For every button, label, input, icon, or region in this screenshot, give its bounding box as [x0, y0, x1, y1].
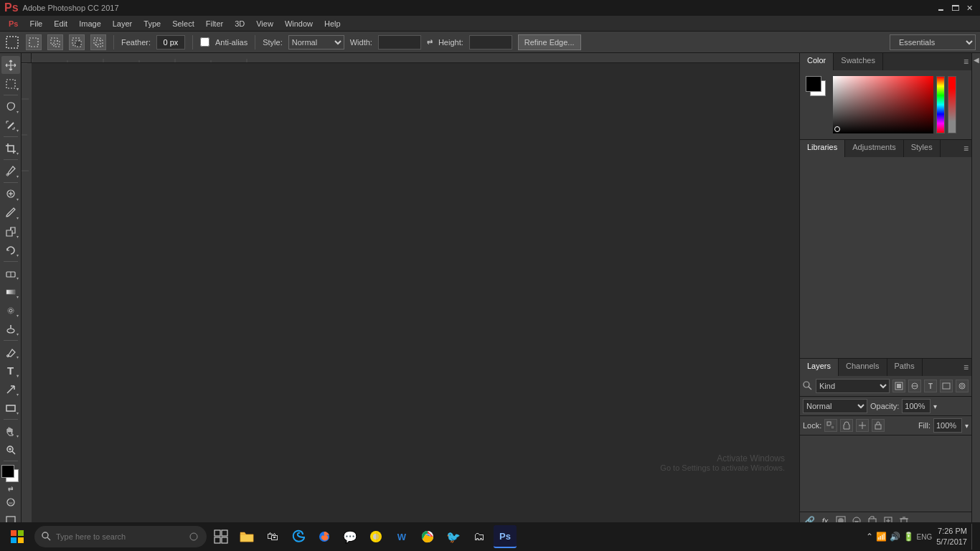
move-tool[interactable] — [1, 56, 20, 74]
file-explorer-icon[interactable] — [235, 525, 258, 548]
filter-type-btn[interactable]: T — [924, 380, 937, 392]
lang-indicator[interactable]: ENG — [917, 533, 933, 541]
filter-smart-btn[interactable] — [956, 380, 969, 392]
tab-paths[interactable]: Paths — [887, 359, 923, 376]
tray-chevron[interactable]: ⌃ — [866, 532, 873, 542]
taskbar-search-input[interactable] — [56, 532, 185, 541]
workspace-select[interactable]: Essentials — [890, 34, 976, 50]
tab-channels[interactable]: Channels — [839, 359, 887, 376]
taskbar-clock[interactable]: 7:26 PM 5/7/2017 — [936, 526, 967, 548]
style-select[interactable]: NormalFixed RatioFixed Size — [288, 35, 344, 50]
type-tool[interactable]: T ▾ — [1, 362, 20, 380]
photoshop-taskbar-icon[interactable]: Ps — [494, 525, 517, 548]
menu-image[interactable]: Image — [73, 18, 107, 29]
feather-input[interactable] — [156, 35, 185, 50]
blend-mode-select[interactable]: Normal — [803, 399, 867, 413]
phone-icon[interactable]: 🗂 — [468, 525, 491, 548]
tab-layers[interactable]: Layers — [800, 359, 839, 376]
magic-wand-tool[interactable]: ▾ — [1, 116, 20, 134]
eraser-tool[interactable]: ▾ — [1, 264, 20, 282]
eyedropper-tool[interactable]: ▾ — [1, 162, 20, 180]
pen-tool[interactable]: ▾ — [1, 343, 20, 361]
filter-pixel-btn[interactable] — [892, 380, 905, 392]
color-panel-menu-btn[interactable]: ≡ — [963, 53, 969, 70]
tab-swatches[interactable]: Swatches — [834, 53, 883, 70]
zoom-tool[interactable] — [1, 441, 20, 458]
foreground-color-swatch[interactable] — [1, 465, 14, 478]
path-select-tool[interactable]: ▾ — [1, 380, 20, 398]
new-selection-btn[interactable] — [26, 34, 42, 50]
menu-3d[interactable]: 3D — [229, 18, 250, 29]
add-selection-btn[interactable] — [47, 34, 63, 50]
tab-styles[interactable]: Styles — [904, 140, 941, 157]
layers-panel-menu-btn[interactable]: ≡ — [963, 359, 969, 376]
menu-layer[interactable]: Layer — [107, 18, 138, 29]
menu-ps[interactable]: Ps — [3, 18, 24, 29]
menu-window[interactable]: Window — [279, 18, 319, 29]
edge-icon[interactable] — [287, 525, 310, 548]
fill-arrow-icon[interactable]: ▾ — [965, 422, 969, 430]
color-gradient[interactable] — [833, 76, 933, 133]
minimize-button[interactable]: 🗕 — [934, 1, 947, 14]
word-icon[interactable]: W — [390, 525, 413, 548]
subtract-selection-btn[interactable] — [69, 34, 85, 50]
firefox-icon[interactable] — [313, 525, 336, 548]
tab-libraries[interactable]: Libraries — [800, 140, 845, 157]
shape-tool[interactable]: ▾ — [1, 399, 20, 417]
hand-tool[interactable]: ▾ — [1, 422, 20, 440]
width-input[interactable] — [378, 35, 421, 50]
menu-type[interactable]: Type — [138, 18, 166, 29]
brush-tool[interactable]: ▾ — [1, 204, 20, 222]
store-icon[interactable]: 🛍 — [261, 525, 284, 548]
swap-colors-icon[interactable]: ⇄ — [1, 485, 20, 492]
extra-color-bar[interactable] — [948, 76, 956, 133]
taskbar-search[interactable] — [34, 526, 207, 547]
height-input[interactable] — [469, 35, 512, 50]
fill-input[interactable] — [933, 418, 962, 433]
layers-filter-select[interactable]: Kind — [816, 379, 890, 393]
lock-position-btn[interactable] — [856, 419, 869, 432]
close-button[interactable]: ✕ — [963, 1, 976, 14]
tray-battery[interactable]: 🔋 — [903, 532, 914, 542]
tab-adjustments[interactable]: Adjustments — [845, 140, 904, 157]
menu-filter[interactable]: Filter — [200, 18, 229, 29]
skype-icon[interactable]: 💬 — [339, 525, 362, 548]
menu-view[interactable]: View — [250, 18, 279, 29]
menu-select[interactable]: Select — [166, 18, 200, 29]
libs-panel-menu-btn[interactable]: ≡ — [963, 140, 969, 157]
foreground-color-square[interactable] — [806, 76, 821, 92]
chrome-icon[interactable] — [416, 525, 439, 548]
show-desktop-button[interactable] — [971, 524, 977, 550]
blur-tool[interactable]: ▾ — [1, 301, 20, 319]
swap-icon[interactable]: ⇄ — [427, 38, 433, 46]
lasso-tool[interactable]: ▾ — [1, 98, 20, 116]
opacity-input[interactable] — [902, 399, 930, 413]
menu-help[interactable]: Help — [319, 18, 347, 29]
crop-tool[interactable]: ▾ — [1, 139, 20, 157]
clone-tool[interactable]: ▾ — [1, 222, 20, 240]
filter-adjustment-btn[interactable] — [908, 380, 921, 392]
panel-collapse-arrow[interactable]: ◀ — [971, 53, 980, 529]
lock-all-btn[interactable] — [872, 419, 885, 432]
tray-network[interactable]: 📶 — [876, 532, 887, 542]
chrome-canary-icon[interactable] — [364, 525, 387, 548]
dodge-tool[interactable]: ▾ — [1, 320, 20, 338]
maximize-button[interactable]: 🗖 — [948, 1, 961, 14]
tray-volume[interactable]: 🔊 — [890, 532, 900, 542]
intersect-selection-btn[interactable] — [90, 34, 106, 50]
healing-tool[interactable]: ▾ — [1, 185, 20, 203]
menu-edit[interactable]: Edit — [48, 18, 73, 29]
marquee-tool[interactable]: ▾ ▾ — [1, 75, 20, 93]
refine-edge-button[interactable]: Refine Edge... — [518, 34, 581, 50]
feed-icon[interactable]: 🐦 — [442, 525, 465, 548]
tab-color[interactable]: Color — [800, 53, 834, 70]
opacity-arrow-icon[interactable]: ▾ — [933, 402, 937, 410]
hue-bar[interactable] — [936, 76, 945, 133]
lock-transparent-btn[interactable] — [824, 419, 837, 432]
menu-file[interactable]: File — [24, 18, 48, 29]
gradient-tool[interactable]: ▾ — [1, 283, 20, 301]
anti-alias-checkbox[interactable] — [200, 37, 209, 47]
start-button[interactable] — [3, 524, 32, 550]
task-view-button[interactable] — [209, 525, 232, 548]
lock-image-btn[interactable] — [840, 419, 853, 432]
